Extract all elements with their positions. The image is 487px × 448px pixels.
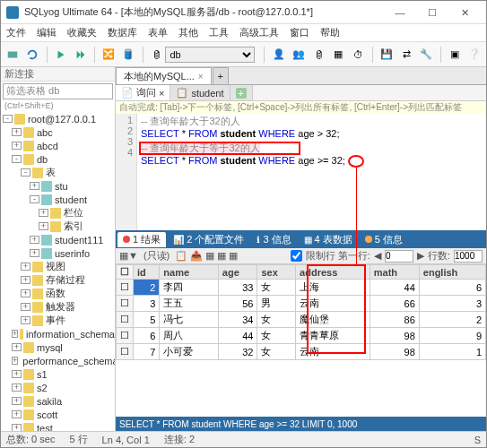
tree-node[interactable]: +栏位 [1,206,115,220]
rtab-info1[interactable]: ℹ3 信息 [251,232,296,247]
sql-editor[interactable]: 1234 -- 查询年龄大于32的人 SELECT * FROM student… [116,114,486,230]
table-row[interactable]: ☐7小可爱32女云南981 [117,344,486,360]
status-conn: 连接: 2 [164,433,195,446]
window-title: SQLyog Ultimate 64 - [本地的MySQL服务器/db - r… [24,5,384,19]
col-header[interactable]: math [370,265,419,280]
db-selector[interactable]: 🛢 db [148,47,258,63]
tree-node[interactable]: +userinfo [1,246,115,260]
tree-node[interactable]: +索引 [1,220,115,233]
menu-table[interactable]: 表单 [148,26,168,39]
tree-node[interactable]: +abcd [1,139,115,152]
tree-node[interactable]: +s2 [1,381,115,394]
result-options: ▦▼(只读) 📋 📤 ▦ ▦ ▦ 限制行 第一行: ◀▶ 行数: [116,248,486,264]
col-header[interactable]: address [296,265,370,280]
col-header[interactable]: sex [257,265,296,280]
statusbar: 总数: 0 sec 5 行 Ln 4, Col 1 连接: 2 S [1,431,486,447]
col-header[interactable]: english [419,265,485,280]
object-tree[interactable]: -root@127.0.0.1+abc+abcd-db-表+stu-studen… [1,110,115,431]
col-header[interactable]: name [160,265,219,280]
tree-node[interactable]: +sakila [1,394,115,408]
sidebar: 新连接 筛选表格 db (Ctrl+Shift+E) -root@127.0.0… [1,67,116,431]
table-row[interactable]: ☐2李四33女上海446 [117,280,486,296]
filter-input[interactable]: 筛选表格 db [3,83,113,99]
close-icon[interactable]: × [198,72,204,82]
menu-tools[interactable]: 工具 [209,26,229,39]
sync-icon[interactable]: 🔀 [100,46,117,64]
query-builder-icon[interactable]: 🔧 [418,46,434,64]
connect-icon[interactable] [4,46,21,64]
tree-node[interactable]: +stu [1,179,115,193]
tree-node[interactable]: -db [1,152,115,166]
rtab-info2[interactable]: 5 信息 [360,232,408,247]
help-icon[interactable]: ❔ [466,46,483,64]
tree-node[interactable]: -student [1,193,115,206]
menu-edit[interactable]: 编辑 [37,26,57,39]
svg-rect-0 [8,51,18,57]
tree-node[interactable]: +存储过程 [1,273,115,287]
tree-node[interactable]: -root@127.0.0.1 [1,112,115,125]
table-row[interactable]: ☐6周八44女青青草原989 [117,328,486,344]
grid-icon[interactable]: ▦ [330,46,346,64]
rtab-result[interactable]: 1 结果 [117,232,166,247]
tree-node[interactable]: +事件 [1,314,115,327]
first-row-input[interactable] [385,250,413,263]
tree-node[interactable]: +触发器 [1,300,115,314]
user-icon[interactable]: 👤 [270,46,286,64]
execute-icon[interactable] [52,46,68,64]
menu-window[interactable]: 窗口 [290,26,309,39]
database-icon: 🛢 [152,49,161,60]
app-logo-icon [6,6,19,19]
table-row[interactable]: ☐5冯七34女魔仙堡862 [117,312,486,328]
backup-icon[interactable]: 💾 [378,46,395,64]
tab-add[interactable]: + [213,67,229,84]
tab-query[interactable]: 📄询问× [116,85,170,100]
menu-advanced[interactable]: 高级工具 [239,26,279,39]
maximize-button[interactable]: ☐ [416,3,448,22]
status-rows: 5 行 [69,433,87,446]
toolbar: 🔀 🛢️ 🛢 db 👤 👥 🛢 ▦ ⏱ 💾 ⇄ 🔧 ▣ ❔ [1,42,486,67]
menu-other[interactable]: 其他 [178,26,198,39]
tree-node[interactable]: +mysql [1,340,115,354]
row-count-input[interactable] [454,250,483,263]
tree-node[interactable]: -表 [1,166,115,179]
terminal-icon[interactable]: ▣ [446,46,462,64]
col-header[interactable]: age [218,265,257,280]
tab-connection[interactable]: 本地的MySQL...× [116,67,212,84]
tab-add[interactable]: + [230,85,253,100]
result-tabs: 1 结果 📊2 个配置文件 ℹ3 信息 ▦4 表数据 5 信息 [116,230,486,248]
tree-node[interactable]: +test [1,421,115,431]
export-icon[interactable]: 🛢️ [120,46,136,64]
minimize-button[interactable]: — [384,3,416,22]
tree-node[interactable]: +函数 [1,287,115,300]
table-row[interactable]: ☐3王五56男云南663 [117,296,486,312]
tree-node[interactable]: +information_schema [1,327,115,340]
close-button[interactable]: ✕ [448,3,481,22]
rtab-tabledata[interactable]: ▦4 表数据 [299,232,358,247]
db-icon[interactable]: 🛢 [310,46,326,64]
diff-icon[interactable]: ⇄ [398,46,414,64]
query-status: SELECT * FROM student WHERE age >= 32 LI… [116,417,486,431]
tree-node[interactable]: +视图 [1,260,115,273]
users-icon[interactable]: 👥 [291,46,307,64]
tree-node[interactable]: +student111 [1,233,115,246]
close-icon[interactable]: × [159,88,164,99]
rtab-profile[interactable]: 📊2 个配置文件 [168,232,249,247]
db-select[interactable]: db [165,47,255,63]
tab-student[interactable]: 📋student [170,85,230,100]
tree-node[interactable]: +s1 [1,367,115,381]
schedule-icon[interactable]: ⏱ [351,46,367,64]
result-grid[interactable]: ☐idnameagesexaddressmathenglish☐2李四33女上海… [116,264,486,417]
tree-node[interactable]: +performance_schema [1,354,115,367]
tree-node[interactable]: +scott [1,408,115,421]
menu-db[interactable]: 数据库 [108,26,137,39]
refresh-icon[interactable] [24,46,40,64]
execute-all-icon[interactable] [73,46,89,64]
menu-fav[interactable]: 收藏夹 [67,26,97,39]
limit-checkbox[interactable] [291,250,302,262]
menu-file[interactable]: 文件 [6,26,26,39]
line-gutter: 1234 [116,114,137,230]
col-header[interactable]: id [134,265,160,280]
menu-help[interactable]: 帮助 [320,26,340,39]
tree-node[interactable]: +abc [1,125,115,139]
status-pos: Ln 4, Col 1 [102,435,150,445]
